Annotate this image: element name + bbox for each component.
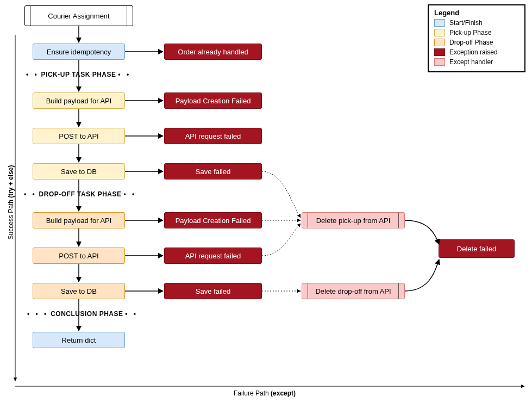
swatch-yellow [434, 29, 445, 36]
legend-item-dropoff: Drop-off Phase [434, 39, 518, 46]
phase-conclusion: • • • CONCLUSION PHASE • • [27, 310, 138, 318]
legend-title: Legend [434, 9, 518, 17]
legend: Legend Start/Finish Pick-up Phase Drop-o… [428, 4, 525, 72]
exc-pickup-save-fail: Save failed [164, 163, 262, 180]
node-label: Save to DB [61, 287, 97, 295]
node-label: API request failed [185, 132, 241, 140]
exc-dropoff-payload-fail: Payload Creation Failed [164, 212, 262, 228]
node-pickup-post: POST to API [33, 128, 125, 144]
node-label: Order already handled [178, 48, 248, 56]
node-label: Save failed [196, 287, 230, 295]
node-label: Delete pick-up from API [316, 217, 391, 225]
node-label: Payload Creation Failed [176, 97, 251, 105]
start-node-label: Courier Assignment [48, 12, 109, 20]
node-label: Save failed [196, 168, 230, 176]
swatch-orange [434, 39, 445, 46]
y-axis-label: Success Path (try + else) [7, 162, 15, 243]
node-label: Build payload for API [46, 217, 112, 225]
node-label: Return dict [62, 336, 96, 344]
start-node: Courier Assignment [24, 5, 133, 26]
handler-delete-pickup: Delete pick-up from API [302, 212, 405, 228]
node-dropoff-save: Save to DB [33, 283, 125, 299]
node-label: POST to API [59, 132, 98, 140]
legend-item-exception: Exception raised [434, 48, 518, 56]
node-label: Delete drop-off from API [315, 287, 391, 295]
node-label: Build payload for API [46, 97, 112, 105]
phase-pickup: • • PICK-UP TASK PHASE • • [26, 71, 131, 78]
node-pickup-build: Build payload for API [33, 92, 125, 109]
exc-delete-failed: Delete failed [439, 239, 515, 258]
exc-already-handled: Order already handled [164, 44, 262, 60]
node-pickup-save: Save to DB [33, 163, 125, 180]
node-return: Return dict [33, 332, 125, 348]
phase-dropoff: • • DROP-OFF TASK PHASE • • [24, 190, 136, 198]
swatch-blue [434, 19, 445, 27]
handler-delete-dropoff: Delete drop-off from API [302, 283, 405, 299]
node-label: Ensure idempotency [47, 48, 111, 56]
node-label: API request failed [185, 252, 241, 260]
node-label: Delete failed [457, 245, 496, 253]
legend-item-start: Start/Finish [434, 19, 518, 27]
exc-pickup-api-fail: API request failed [164, 128, 262, 144]
legend-item-pickup: Pick-up Phase [434, 29, 518, 36]
node-label: POST to API [59, 252, 98, 260]
node-label: Payload Creation Failed [176, 217, 251, 225]
legend-item-handler: Except handler [434, 58, 518, 66]
exc-dropoff-save-fail: Save failed [164, 283, 262, 299]
exc-dropoff-api-fail: API request failed [164, 248, 262, 264]
node-label: Save to DB [61, 168, 97, 176]
node-dropoff-build: Build payload for API [33, 212, 125, 228]
swatch-darkred [434, 48, 445, 56]
x-axis-label: Failure Path (except) [234, 389, 296, 397]
exc-pickup-payload-fail: Payload Creation Failed [164, 92, 262, 109]
node-idempotency: Ensure idempotency [33, 44, 125, 60]
node-dropoff-post: POST to API [33, 248, 125, 264]
swatch-pink [434, 58, 445, 66]
